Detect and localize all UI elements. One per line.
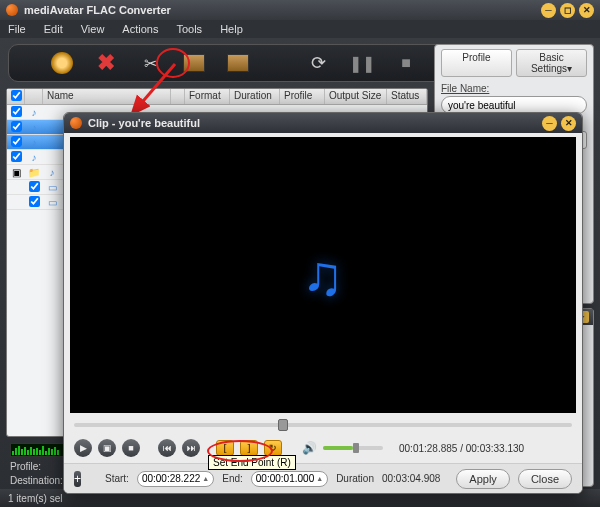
volume-icon: 🔊	[302, 441, 317, 455]
add-segment-button[interactable]: +	[74, 471, 81, 487]
clip-icon: ▭	[43, 182, 61, 193]
menu-tools[interactable]: Tools	[176, 23, 202, 35]
menu-file[interactable]: File	[8, 23, 26, 35]
close-button[interactable]: Close	[518, 469, 572, 489]
stop-button[interactable]: ■	[393, 50, 419, 76]
duration-value: 00:03:04.908	[382, 473, 440, 484]
app-title: mediAvatar FLAC Converter	[24, 4, 171, 16]
header-checkbox[interactable]	[11, 90, 22, 101]
stop2-button[interactable]: ■	[122, 439, 140, 457]
col-format[interactable]: Format	[185, 89, 230, 104]
col-profile[interactable]: Profile	[280, 89, 325, 104]
main-titlebar: mediAvatar FLAC Converter ─ ◻ ✕	[0, 0, 600, 20]
filename-label: File Name:	[441, 83, 587, 94]
row-checkbox[interactable]	[11, 151, 22, 162]
app-logo-icon	[6, 4, 18, 16]
menu-actions[interactable]: Actions	[122, 23, 158, 35]
window-maximize-button[interactable]: ◻	[560, 3, 575, 18]
start-time-input[interactable]: 00:00:28.222▲	[137, 471, 214, 487]
disc-icon	[51, 52, 73, 74]
end-label: End:	[222, 473, 243, 484]
clip-dialog: Clip - you're beautiful ─ ✕ ♫ ▶ ▣ ■ ⏮ ⏭ …	[63, 112, 583, 494]
row-checkbox[interactable]	[11, 121, 22, 132]
volume-slider[interactable]	[323, 446, 383, 450]
row-checkbox[interactable]	[29, 181, 40, 192]
next-frame-button[interactable]: ⏭	[182, 439, 200, 457]
clip-preview: ♫	[70, 137, 576, 413]
snapshot-button[interactable]: ▣	[98, 439, 116, 457]
clip-button[interactable]: ✂	[137, 50, 163, 76]
start-label: Start:	[105, 473, 129, 484]
menubar: File Edit View Actions Tools Help	[0, 20, 600, 38]
main-window: mediAvatar FLAC Converter ─ ◻ ✕ File Edi…	[0, 0, 600, 507]
clip-title-text: Clip - you're beautiful	[88, 117, 200, 129]
crop-button[interactable]	[225, 50, 251, 76]
menu-view[interactable]: View	[81, 23, 105, 35]
list-header: Name Format Duration Profile Output Size…	[7, 89, 427, 105]
music-icon: ♪	[43, 167, 61, 178]
window-close-button[interactable]: ✕	[579, 3, 594, 18]
pause-button[interactable]: ❚❚	[349, 50, 375, 76]
col-duration[interactable]: Duration	[230, 89, 280, 104]
end-time-input[interactable]: 00:00:01.000▲	[251, 471, 328, 487]
row-checkbox[interactable]	[11, 106, 22, 117]
music-icon: ♪	[25, 107, 43, 118]
prev-frame-button[interactable]: ⏮	[158, 439, 176, 457]
clip-icon: ▭	[43, 197, 61, 208]
time-readout: 00:01:28.885 / 00:03:33.130	[399, 443, 524, 454]
window-minimize-button[interactable]: ─	[541, 3, 556, 18]
duration-label: Duration	[336, 473, 374, 484]
replay-segment-button[interactable]: ↻	[264, 440, 282, 456]
folder-icon: 📁	[25, 167, 43, 178]
film-icon	[183, 54, 205, 72]
remove-button[interactable]: ✖	[93, 50, 119, 76]
add-disc-button[interactable]	[49, 50, 75, 76]
row-checkbox[interactable]	[29, 196, 40, 207]
col-output-size[interactable]: Output Size	[325, 89, 387, 104]
tab-profile[interactable]: Profile	[441, 49, 512, 77]
status-text: 1 item(s) sel	[8, 493, 62, 504]
music-note-icon: ♫	[302, 243, 344, 308]
clip-close-button[interactable]: ✕	[561, 116, 576, 131]
tooltip-set-end: Set End Point (R)	[208, 455, 296, 470]
col-name[interactable]: Name	[43, 89, 171, 104]
film2-icon	[227, 54, 249, 72]
col-status[interactable]: Status	[387, 89, 427, 104]
music-icon: ♪	[25, 137, 43, 148]
set-end-button[interactable]: ]	[240, 440, 258, 456]
music-icon: ♪	[25, 122, 43, 133]
menu-help[interactable]: Help	[220, 23, 243, 35]
row-checkbox[interactable]	[11, 136, 22, 147]
play-button[interactable]: ▶	[74, 439, 92, 457]
clip-controls: ▶ ▣ ■ ⏮ ⏭ [ ] ↻ 🔊 00:01:28.885 / 00:03:3…	[64, 433, 582, 463]
effects-button[interactable]	[181, 50, 207, 76]
clip-logo-icon	[70, 117, 82, 129]
music-icon: ♪	[25, 152, 43, 163]
timeline-playhead[interactable]	[278, 419, 288, 431]
tab-basic-settings[interactable]: Basic Settings▾	[516, 49, 587, 77]
clip-bottom-bar: + Start: 00:00:28.222▲ End: 00:00:01.000…	[64, 463, 582, 493]
convert-button[interactable]: ⟳	[305, 50, 331, 76]
menu-edit[interactable]: Edit	[44, 23, 63, 35]
clip-minimize-button[interactable]: ─	[542, 116, 557, 131]
apply-button[interactable]: Apply	[456, 469, 510, 489]
set-start-button[interactable]: [	[216, 440, 234, 456]
clip-timeline[interactable]	[74, 417, 572, 433]
clip-titlebar: Clip - you're beautiful ─ ✕	[64, 113, 582, 133]
